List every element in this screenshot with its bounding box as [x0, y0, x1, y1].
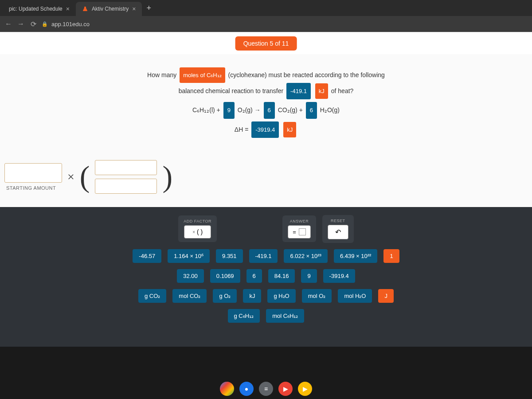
back-icon[interactable]: ←	[4, 20, 12, 28]
close-icon[interactable]: ×	[132, 5, 136, 12]
coef-o2: 9	[223, 102, 235, 118]
product-2: H₂O(g)	[320, 106, 340, 113]
reset-label: RESET	[331, 219, 345, 223]
tile[interactable]: 6.022 × 10²³	[284, 249, 327, 263]
tile[interactable]: mol H₂O	[338, 289, 372, 303]
forward-icon[interactable]: →	[17, 20, 25, 28]
browser-chrome: pic: Updated Schedule × Aktiv Chemistry …	[0, 0, 532, 32]
reset-group: RESET ↶	[322, 215, 354, 243]
tab-label: pic: Updated Schedule	[9, 6, 63, 12]
add-factor-label: ADD FACTOR	[184, 219, 211, 223]
tile[interactable]: g C₆H₁₂	[228, 309, 260, 323]
youtube-icon[interactable]: ▶	[278, 382, 293, 396]
answer-box[interactable]: =	[288, 225, 311, 239]
address-bar[interactable]: 🔒 app.101edu.co	[42, 21, 90, 27]
starting-amount-label: STARTING AMOUNT	[6, 185, 62, 191]
tile[interactable]: 84.16	[268, 269, 295, 283]
tile[interactable]: -419.1	[249, 249, 278, 263]
lock-icon: 🔒	[42, 21, 48, 27]
answer-slot	[299, 228, 306, 235]
question-line-1: How many moles of C₆H₁₂ (cyclohexane) mu…	[27, 67, 505, 83]
chip-kj: kJ	[315, 83, 328, 99]
tile[interactable]: 32.00	[177, 269, 204, 283]
multiply-icon: ×	[67, 170, 74, 184]
tile[interactable]: 6.439 × 10²²	[334, 249, 377, 263]
tile[interactable]: 1.164 × 10⁶	[168, 249, 210, 263]
undo-button[interactable]: ↶	[328, 225, 348, 239]
chrome-icon[interactable]	[220, 382, 234, 396]
url-text: app.101edu.co	[51, 21, 90, 27]
paren-open: (	[80, 166, 90, 188]
close-icon[interactable]: ×	[66, 5, 70, 12]
tile[interactable]: mol CO₂	[172, 289, 207, 303]
tile[interactable]: 6	[246, 269, 262, 283]
denominator-slot[interactable]	[95, 179, 157, 194]
question-line-2: balanced chemical reaction to transfer -…	[27, 83, 505, 99]
tile[interactable]: g O₂	[213, 289, 237, 303]
control-row: ADD FACTOR × ( ) ANSWER = RESET ↶	[27, 215, 505, 243]
tile[interactable]: 1	[383, 249, 399, 263]
tile[interactable]: J	[378, 289, 394, 303]
tile-row-4: g C₆H₁₂ mol C₆H₁₂	[27, 309, 505, 323]
coef-co2: 6	[264, 102, 275, 118]
files-icon[interactable]: ≡	[259, 382, 273, 396]
equals-icon: =	[293, 229, 296, 235]
coef-h2o: 6	[306, 102, 317, 118]
starting-amount-slot[interactable]	[4, 163, 62, 183]
tile[interactable]: 9	[301, 269, 317, 283]
add-factor-group: ADD FACTOR × ( )	[178, 215, 217, 242]
reactant-2: O₂(g) →	[238, 106, 261, 113]
reload-icon[interactable]: ⟳	[29, 20, 37, 28]
tile-row-1: -46.57 1.164 × 10⁶ 9.351 -419.1 6.022 × …	[27, 249, 505, 263]
tab-strip: pic: Updated Schedule × Aktiv Chemistry …	[0, 0, 532, 16]
play-icon[interactable]: ▶	[298, 382, 312, 396]
text: balanced chemical reaction to transfer	[179, 87, 284, 94]
text: (cyclohexane) must be reacted according …	[228, 71, 385, 78]
reactant-1: C₆H₁₂(l) +	[192, 106, 220, 113]
paren-close: )	[162, 166, 172, 188]
tile[interactable]: g H₂O	[267, 289, 295, 303]
add-factor-button[interactable]: × ( )	[184, 225, 211, 239]
delta-h: ΔH = -3919.4 kJ	[27, 121, 505, 138]
tile[interactable]: -46.57	[133, 249, 161, 263]
tile[interactable]: g CO₂	[138, 289, 166, 303]
equation: C₆H₁₂(l) + 9 O₂(g) → 6 CO₂(g) + 6 H₂O(g)	[27, 102, 505, 118]
tile[interactable]: mol C₆H₁₂	[266, 309, 304, 323]
dh-label: ΔH =	[235, 126, 249, 133]
text: of heat?	[331, 87, 354, 94]
page-header: Question 5 of 11	[0, 32, 532, 54]
tab-label: Aktiv Chemistry	[92, 6, 129, 12]
numerator-slot[interactable]	[95, 160, 157, 175]
flask-icon	[82, 6, 88, 12]
tile[interactable]: -3919.4	[323, 269, 355, 283]
work-area: STARTING AMOUNT × ( )	[0, 156, 532, 207]
tile-row-3: g CO₂ mol CO₂ g O₂ kJ g H₂O mol O₂ mol H…	[27, 289, 505, 303]
answer-label: ANSWER	[290, 219, 309, 223]
chip-heat-value: -419.1	[286, 83, 311, 99]
answer-group: ANSWER =	[282, 215, 316, 242]
x-icon: ×	[192, 230, 195, 235]
tile[interactable]: mol O₂	[302, 289, 332, 303]
answer-palette: ADD FACTOR × ( ) ANSWER = RESET ↶ -46.57…	[0, 207, 532, 347]
tile[interactable]: 0.1069	[210, 269, 240, 283]
factor-fraction	[95, 160, 157, 194]
tile-row-2: 32.00 0.1069 6 84.16 9 -3919.4	[27, 269, 505, 283]
question-area: How many moles of C₆H₁₂ (cyclohexane) mu…	[0, 54, 532, 156]
dh-value: -3919.4	[251, 121, 279, 138]
tab-schedule[interactable]: pic: Updated Schedule ×	[3, 2, 76, 16]
new-tab-button[interactable]: +	[142, 4, 156, 13]
chip-moles: moles of C₆H₁₂	[180, 67, 225, 83]
tab-aktiv[interactable]: Aktiv Chemistry ×	[76, 2, 142, 16]
dh-unit: kJ	[283, 122, 296, 137]
question-counter: Question 5 of 11	[235, 36, 297, 51]
paren-text: ( )	[197, 228, 203, 235]
tile[interactable]: 9.351	[216, 249, 243, 263]
app-icon[interactable]: ●	[239, 382, 254, 396]
taskbar: ● ≡ ▶ ▶	[0, 379, 532, 399]
browser-toolbar: ← → ⟳ 🔒 app.101edu.co	[0, 16, 532, 32]
tile[interactable]: kJ	[243, 289, 261, 303]
text: How many	[147, 71, 176, 78]
product-1: CO₂(g) +	[278, 106, 303, 113]
